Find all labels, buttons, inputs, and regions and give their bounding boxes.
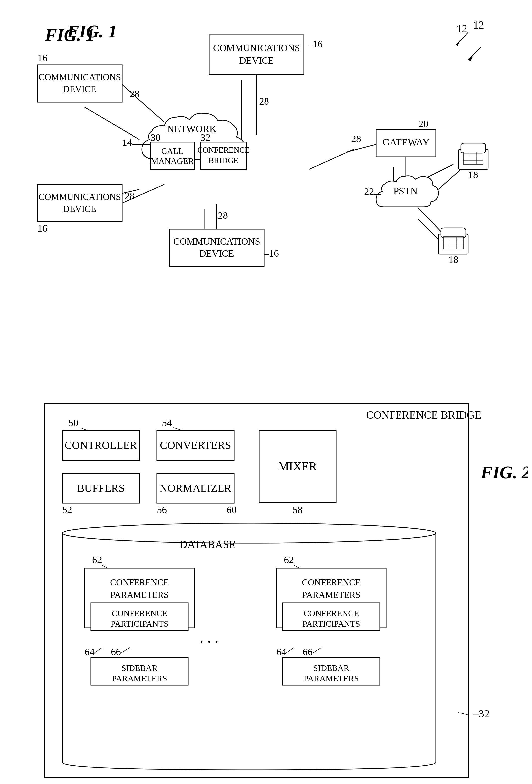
svg-text:62: 62 bbox=[284, 554, 294, 565]
svg-text:FIG. 2: FIG. 2 bbox=[480, 463, 528, 482]
svg-text:20: 20 bbox=[418, 118, 428, 129]
svg-text:56: 56 bbox=[157, 504, 167, 515]
svg-text:CONFERENCE: CONFERENCE bbox=[302, 578, 361, 587]
svg-text:GATEWAY: GATEWAY bbox=[382, 137, 430, 148]
svg-text:MANAGER: MANAGER bbox=[151, 157, 194, 166]
svg-text:–16: –16 bbox=[264, 248, 279, 259]
svg-text:18: 18 bbox=[468, 169, 478, 180]
svg-text:COMMUNICATIONS: COMMUNICATIONS bbox=[213, 43, 300, 53]
svg-text:60: 60 bbox=[227, 504, 236, 515]
svg-text:DEVICE: DEVICE bbox=[239, 55, 274, 65]
svg-text:CONFERENCE: CONFERENCE bbox=[304, 609, 359, 618]
svg-text:64: 64 bbox=[277, 646, 286, 657]
page: FIG. 1 12 bbox=[0, 0, 532, 784]
svg-text:18: 18 bbox=[448, 254, 458, 265]
svg-text:BRIDGE: BRIDGE bbox=[208, 156, 238, 165]
svg-text:SIDEBAR: SIDEBAR bbox=[313, 664, 349, 673]
svg-point-98 bbox=[62, 523, 436, 543]
svg-text:NORMALIZER: NORMALIZER bbox=[160, 482, 232, 494]
svg-text:PARAMETERS: PARAMETERS bbox=[112, 674, 167, 683]
svg-line-24 bbox=[122, 85, 164, 122]
svg-line-58 bbox=[438, 169, 461, 189]
svg-text:CONTROLLER: CONTROLLER bbox=[65, 439, 138, 451]
svg-rect-14 bbox=[209, 35, 304, 75]
svg-text:62: 62 bbox=[92, 554, 102, 565]
svg-text:PARAMETERS: PARAMETERS bbox=[110, 590, 169, 600]
svg-text:COMMUNICATIONS: COMMUNICATIONS bbox=[38, 72, 121, 82]
svg-text:54: 54 bbox=[162, 417, 172, 428]
svg-text:CONFERENCE: CONFERENCE bbox=[112, 609, 167, 618]
svg-line-49 bbox=[347, 144, 376, 152]
svg-text:22: 22 bbox=[364, 186, 374, 197]
svg-marker-13 bbox=[456, 40, 459, 46]
svg-text:PARTICIPANTS: PARTICIPANTS bbox=[111, 619, 168, 628]
svg-text:BUFFERS: BUFFERS bbox=[77, 482, 125, 494]
svg-text:28: 28 bbox=[218, 210, 228, 221]
svg-text:–32: –32 bbox=[473, 708, 489, 720]
svg-text:. . .: . . . bbox=[200, 629, 219, 646]
svg-text:CONFERENCE BRIDGE: CONFERENCE BRIDGE bbox=[366, 409, 481, 421]
svg-text:SIDEBAR: SIDEBAR bbox=[121, 664, 158, 673]
svg-text:DEVICE: DEVICE bbox=[63, 84, 96, 94]
svg-text:66: 66 bbox=[111, 646, 121, 657]
svg-text:DEVICE: DEVICE bbox=[199, 248, 234, 259]
svg-text:64: 64 bbox=[85, 646, 95, 657]
svg-text:MIXER: MIXER bbox=[278, 459, 317, 473]
svg-text:30: 30 bbox=[151, 132, 161, 143]
fig1-area: FIG. 1 12 bbox=[15, 15, 517, 389]
svg-text:28: 28 bbox=[124, 190, 135, 201]
svg-text:DATABASE: DATABASE bbox=[179, 538, 235, 551]
svg-text:PARAMETERS: PARAMETERS bbox=[302, 590, 361, 600]
svg-text:DEVICE: DEVICE bbox=[63, 204, 96, 214]
svg-text:66: 66 bbox=[303, 646, 313, 657]
svg-text:CALL: CALL bbox=[161, 146, 184, 156]
svg-text:CONVERTERS: CONVERTERS bbox=[160, 439, 231, 451]
svg-text:PARAMETERS: PARAMETERS bbox=[304, 674, 359, 683]
svg-text:32: 32 bbox=[200, 132, 211, 143]
svg-text:14: 14 bbox=[122, 137, 132, 148]
svg-text:CONFERENCE: CONFERENCE bbox=[110, 578, 169, 587]
svg-text:28: 28 bbox=[130, 88, 139, 100]
svg-text:28: 28 bbox=[259, 96, 269, 107]
svg-text:50: 50 bbox=[68, 417, 79, 428]
svg-text:COMMUNICATIONS: COMMUNICATIONS bbox=[173, 236, 260, 247]
fig2-area: CONFERENCE BRIDGE FIG. 2 –32 50 CONTROLL… bbox=[15, 394, 517, 784]
svg-text:52: 52 bbox=[62, 504, 72, 515]
svg-line-66 bbox=[418, 208, 443, 234]
svg-rect-26 bbox=[37, 184, 122, 222]
svg-text:CONFERENCE: CONFERENCE bbox=[197, 145, 250, 155]
svg-text:12: 12 bbox=[473, 19, 484, 31]
svg-text:–16: –16 bbox=[307, 38, 323, 50]
fig2-diagram-svg: CONFERENCE BRIDGE FIG. 2 –32 50 CONTROLL… bbox=[30, 394, 528, 784]
svg-text:FIG. 1: FIG. 1 bbox=[67, 22, 117, 41]
svg-text:PSTN: PSTN bbox=[393, 185, 418, 197]
svg-rect-32 bbox=[169, 229, 264, 267]
svg-text:16: 16 bbox=[37, 223, 47, 234]
svg-text:58: 58 bbox=[292, 504, 303, 515]
fig1-diagram-svg: FIG. 1 12 COMMUNICATIONS DEVICE –16 28 C… bbox=[30, 15, 528, 384]
svg-text:COMMUNICATIONS: COMMUNICATIONS bbox=[38, 192, 121, 202]
svg-text:16: 16 bbox=[37, 52, 47, 63]
svg-rect-20 bbox=[37, 65, 122, 102]
svg-text:28: 28 bbox=[351, 133, 361, 144]
svg-text:PARTICIPANTS: PARTICIPANTS bbox=[302, 619, 360, 628]
